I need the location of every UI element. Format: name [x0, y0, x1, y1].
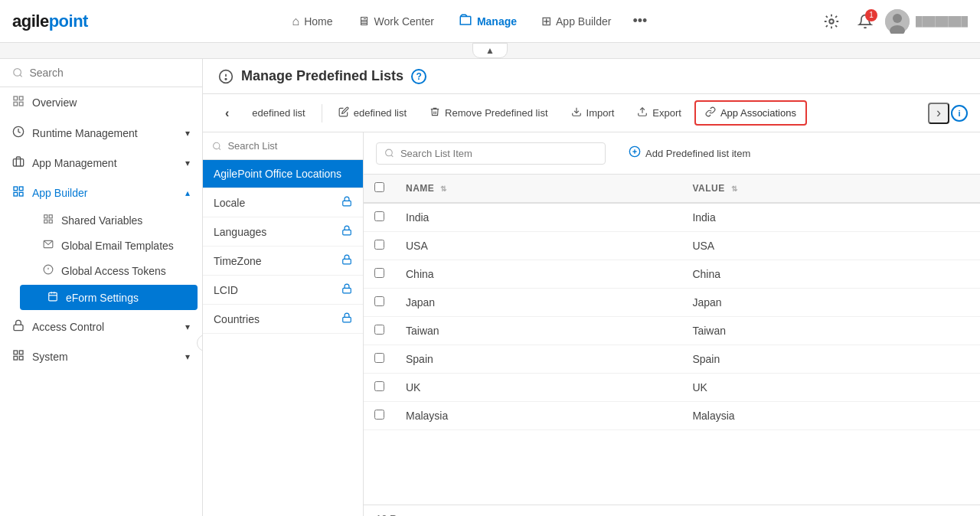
row-name-cell: USA: [395, 232, 681, 260]
select-all-checkbox[interactable]: [374, 182, 384, 192]
toolbar-separator-1: [322, 104, 322, 122]
logo: agilepoint: [12, 11, 88, 31]
collapse-nav-button[interactable]: ▲: [472, 43, 508, 58]
svg-rect-27: [14, 325, 23, 330]
sidebar-section-appbuilder[interactable]: App Builder ▴: [0, 178, 202, 207]
svg-rect-38: [343, 201, 351, 205]
toolbar-back-button[interactable]: ‹: [215, 101, 239, 126]
toolbar-predefined-list-button[interactable]: edefined list: [242, 102, 315, 124]
list-item-label: TimeZone: [214, 255, 262, 267]
main-content: Manage Predefined Lists ? ‹ edefined lis…: [203, 59, 980, 516]
page-header: Manage Predefined Lists ?: [203, 59, 980, 94]
svg-rect-15: [44, 215, 47, 218]
list-search-icon: [212, 141, 221, 152]
list-item-lcid[interactable]: LCID: [203, 276, 363, 305]
sidebar-item-sharedvars[interactable]: Shared Variables: [15, 207, 202, 233]
sidebar-section-appmanagement[interactable]: App Management ▾: [0, 148, 202, 178]
integrations-button[interactable]: [818, 8, 845, 35]
sharedvars-icon: [43, 214, 54, 227]
nav-home[interactable]: ⌂ Home: [282, 8, 344, 34]
access-icon: [12, 319, 24, 334]
list-item-countries[interactable]: Countries: [203, 305, 363, 334]
add-item-button[interactable]: Add Predefined list item: [618, 140, 761, 166]
row-checkbox[interactable]: [374, 211, 384, 221]
name-sort-icon[interactable]: ⇅: [440, 185, 447, 193]
sidebar-item-globaltokens[interactable]: Global Access Tokens: [15, 258, 202, 283]
grid-icon: ⊞: [541, 14, 551, 28]
row-checkbox[interactable]: [374, 296, 384, 306]
row-checkbox[interactable]: [374, 268, 384, 278]
nav-manage-label: Manage: [477, 15, 517, 28]
sidebar-section-system[interactable]: System ▾: [0, 341, 202, 371]
sidebar-appbuilder-sub: Shared Variables Global Email Templates …: [0, 207, 202, 312]
svg-rect-6: [19, 96, 23, 100]
svg-point-0: [829, 19, 834, 24]
row-value-cell: Spain: [681, 345, 980, 374]
row-value-cell: Taiwan: [681, 317, 980, 345]
value-sort-icon[interactable]: ⇅: [731, 185, 738, 193]
page-help-button[interactable]: ?: [411, 69, 426, 84]
nav-manage[interactable]: Manage: [448, 7, 528, 36]
toolbar-import-button[interactable]: Import: [561, 101, 625, 125]
row-checkbox[interactable]: [374, 325, 384, 335]
svg-rect-41: [343, 288, 351, 292]
row-checkbox[interactable]: [374, 240, 384, 250]
list-search-input[interactable]: [227, 140, 354, 152]
table-row: UK UK: [364, 374, 980, 402]
nav-more-button[interactable]: •••: [625, 7, 655, 35]
table-search-input[interactable]: [400, 148, 597, 159]
nav-home-label: Home: [304, 15, 332, 28]
table-row: China China: [364, 260, 980, 289]
list-item-label: Countries: [214, 313, 260, 325]
list-item-agilepoint[interactable]: AgilePoint Office Locations: [203, 160, 363, 188]
row-checkbox[interactable]: [374, 410, 384, 420]
row-name-cell: India: [395, 203, 681, 232]
table-panel: Add Predefined list item NAME: [364, 132, 980, 516]
header-value: VALUE ⇅: [681, 175, 980, 203]
system-icon: [12, 349, 24, 364]
row-name-cell: Taiwan: [395, 317, 681, 345]
sidebar-item-globalemails[interactable]: Global Email Templates: [15, 233, 202, 258]
sidebar-section-access[interactable]: Access Control ▾: [0, 312, 202, 341]
row-value-cell: Japan: [681, 289, 980, 317]
svg-point-2: [893, 14, 902, 23]
appbuilder-section-icon: [12, 185, 24, 200]
page-title: Manage Predefined Lists: [241, 68, 403, 84]
svg-rect-29: [19, 351, 23, 354]
list-item-label: Locale: [214, 197, 245, 209]
row-checkbox[interactable]: [374, 353, 384, 363]
svg-rect-5: [14, 96, 18, 100]
sidebar-globalemails-label: Global Email Templates: [61, 240, 174, 252]
user-avatar[interactable]: [885, 9, 910, 34]
sidebar-item-overview[interactable]: Overview: [0, 87, 202, 118]
sidebar-section-runtime[interactable]: Runtime Management ▾: [0, 118, 202, 148]
top-collapse-area: ▲: [0, 43, 980, 59]
table-row: Japan Japan: [364, 289, 980, 317]
list-item-languages[interactable]: Languages: [203, 217, 363, 247]
toolbar-nav-next[interactable]: ›: [928, 103, 949, 124]
row-checkbox[interactable]: [374, 381, 384, 391]
notifications-button[interactable]: 1: [851, 8, 879, 35]
table-wrapper: NAME ⇅ VALUE ⇅ India India: [364, 175, 980, 505]
sidebar-item-eformsettings[interactable]: eForm Settings: [20, 285, 198, 310]
header-name-label: NAME: [406, 183, 434, 194]
row-checkbox-cell: [364, 260, 395, 289]
row-checkbox-cell: [364, 232, 395, 260]
toolbar-export-button[interactable]: Export: [627, 101, 691, 125]
lock-icon: [341, 283, 352, 296]
toolbar-info-button[interactable]: i: [951, 105, 968, 122]
sidebar-search-input[interactable]: [29, 67, 190, 79]
header-value-label: VALUE: [692, 183, 724, 194]
list-item-locale[interactable]: Locale: [203, 188, 363, 217]
toolbar-remove-button[interactable]: Remove Predefined list: [420, 101, 557, 125]
content-area: AgilePoint Office Locations Locale Langu…: [203, 132, 980, 516]
nav-appbuilder[interactable]: ⊞ App Builder: [531, 8, 622, 34]
nav-workcenter[interactable]: 🖥 Work Center: [347, 8, 445, 34]
list-item-timezone[interactable]: TimeZone: [203, 247, 363, 276]
globalemails-icon: [43, 239, 54, 252]
logo-text: agilepoint: [12, 11, 88, 31]
toolbar-appassoc-button[interactable]: App Associations: [694, 100, 807, 126]
row-value-cell: China: [681, 260, 980, 289]
toolbar-edit-button[interactable]: edefined list: [328, 101, 416, 125]
svg-rect-23: [49, 292, 57, 301]
